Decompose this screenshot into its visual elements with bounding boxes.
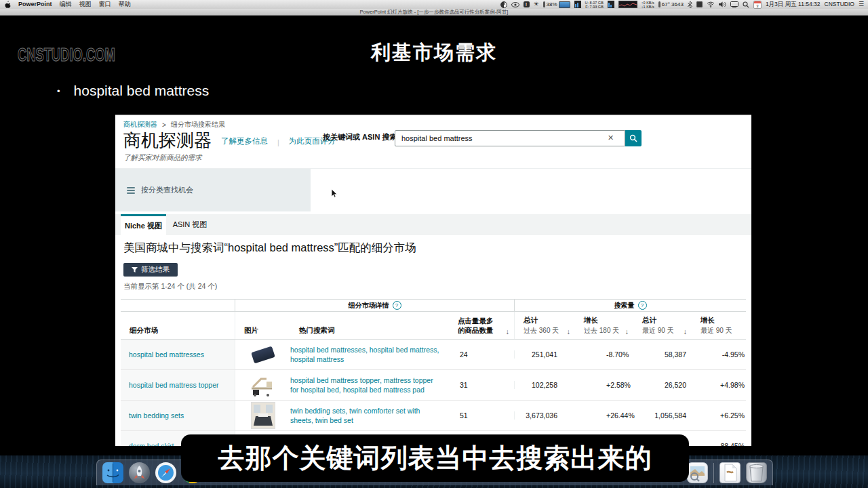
menu-help[interactable]: 帮助: [119, 0, 131, 9]
growth-90-value: -88.45%: [692, 442, 746, 446]
volume-icon[interactable]: [719, 1, 726, 7]
menubar-list-icon[interactable]: ☰: [859, 0, 864, 9]
browser-screenshot: 商机探测器 > 细分市场搜索结果 商机探测器 了解更多信息 | 为此页面评分 了…: [115, 115, 751, 446]
network-readout[interactable]: ↑0 KB/s↓1 KB/s: [642, 1, 654, 9]
disk-meter-icon[interactable]: [608, 1, 614, 8]
battery-indicator[interactable]: 38%: [543, 0, 570, 9]
eye-icon[interactable]: [511, 2, 519, 7]
menubar-account[interactable]: CNSTUDIO: [825, 0, 854, 9]
col-growth-180: 增长过去 180 天 ↓: [575, 312, 633, 339]
growth-180-value: +26.44%: [575, 411, 633, 420]
slide-bullet: • hospital bed mattress: [57, 83, 209, 99]
results-count: 当前显示第 1-24 个 (共 24 个): [123, 282, 217, 291]
bullet-dot-icon: •: [57, 86, 60, 96]
help-icon[interactable]: ?: [393, 301, 401, 310]
category-nav-label: 按分类查找机会: [141, 185, 193, 195]
keywords-links[interactable]: hospital bed mattresses, hospital bed ma…: [290, 345, 449, 364]
alert-badge-icon[interactable]: !: [524, 1, 530, 7]
table-group-header: 细分市场详情 ? 搜索量 ?: [121, 299, 746, 312]
total-90-value: 26,520: [633, 381, 692, 389]
menubar-datetime[interactable]: 1月3日 周五 11:54:32: [766, 0, 821, 9]
document-stack-icon[interactable]: [719, 462, 741, 483]
breadcrumb-separator: >: [162, 121, 166, 129]
trash-icon[interactable]: [746, 462, 767, 483]
product-image: [235, 340, 290, 369]
niche-link[interactable]: twin bedding sets: [129, 411, 184, 420]
bluetooth-icon[interactable]: [688, 1, 692, 8]
menu-window[interactable]: 窗口: [99, 0, 111, 9]
finder-icon[interactable]: [102, 462, 123, 483]
help-icon[interactable]: ?: [638, 301, 647, 310]
menubar-status-cluster: ! ☀ 38% U: 8.07 GBF: 7.93 GB ↑0 KB/s↓1 K…: [500, 0, 865, 9]
search-input[interactable]: [395, 130, 625, 146]
input-source-icon[interactable]: [696, 1, 703, 7]
niche-link[interactable]: dorm bed skirt: [129, 442, 174, 446]
sort-icon[interactable]: ↓: [506, 327, 509, 336]
top-clicked-value: 31: [449, 381, 514, 389]
screen-record-icon[interactable]: [500, 1, 507, 8]
growth-90-value: -4.95%: [692, 350, 746, 359]
menubar-app-name[interactable]: PowerPoint: [18, 0, 52, 9]
menu-view[interactable]: 视图: [79, 0, 92, 9]
category-nav-panel[interactable]: 按分类查找机会: [115, 169, 311, 211]
col-niche: 细分市场: [121, 312, 235, 339]
brightness-icon[interactable]: ☀: [534, 0, 539, 9]
niche-link[interactable]: hospital bed mattress topper: [129, 381, 219, 389]
growth-90-value: +4.98%: [692, 381, 746, 389]
table-row: hospital bed mattress topper hospital be…: [121, 370, 746, 401]
results-heading: 美国商城中与搜索词“hospital bed mattress”匹配的细分市场: [123, 241, 416, 256]
keywords-links[interactable]: hospital bed mattress topper, mattress t…: [290, 375, 449, 394]
funnel-icon: [132, 267, 138, 273]
niche-link[interactable]: hospital bed mattresses: [129, 350, 204, 359]
tab-asin-view[interactable]: ASIN 视图: [168, 214, 212, 235]
memory-readout: U: 8.07 GBF: 7.93 GB: [585, 1, 604, 9]
breadcrumb: 商机探测器 > 细分市场搜索结果: [123, 120, 225, 129]
battery-percent: 38%: [547, 0, 557, 9]
col-top-clicked: 点击量最多的商品数量 ↓: [449, 312, 514, 339]
search-icon: [629, 134, 637, 142]
hamburger-icon: [127, 186, 135, 195]
breadcrumb-home-link[interactable]: 商机探测器: [123, 120, 157, 129]
sort-icon[interactable]: ↓: [625, 327, 629, 336]
learn-more-link[interactable]: 了解更多信息: [221, 136, 268, 149]
launchpad-icon[interactable]: [129, 462, 150, 483]
top-clicked-value: 24: [449, 350, 514, 359]
keywords-links[interactable]: twin bedding sets, twin comforter set wi…: [290, 406, 449, 425]
breadcrumb-current: 细分市场搜索结果: [171, 120, 225, 129]
col-total-90: 总计最近 90 天 ↓: [633, 312, 692, 339]
top-clicked-value: 51: [449, 411, 514, 420]
window-titlebar: PowerPoint 幻灯片放映 - [一步一步教你选品可行性分析案例-阿甘]: [0, 9, 868, 16]
niche-table: 细分市场详情 ? 搜索量 ? 细分市场 图片 热门搜索词 点击量最多的商品数量 …: [121, 299, 746, 446]
clear-search-icon[interactable]: ✕: [608, 134, 614, 142]
menu-edit[interactable]: 编辑: [60, 0, 72, 9]
sort-icon[interactable]: ↓: [684, 327, 687, 336]
table-column-headers: 细分市场 图片 热门搜索词 点击量最多的商品数量 ↓ 总计过去 360 天 ↓ …: [121, 312, 746, 340]
subtitle-text: 去那个关键词列表当中去搜索出来的: [218, 440, 652, 476]
thermometer-icon: [543, 1, 545, 7]
dock-separator: [713, 463, 714, 483]
memory-meter-icon[interactable]: [574, 1, 581, 8]
cpu-graph-icon[interactable]: [618, 1, 637, 8]
calendar-icon[interactable]: 3: [753, 1, 762, 9]
apple-menu-icon[interactable]: [4, 1, 11, 8]
display-mirroring-icon[interactable]: [730, 1, 738, 7]
header-link-separator: |: [277, 138, 279, 149]
page-subtitle: 了解买家对新商品的需求: [123, 153, 202, 163]
wifi-icon[interactable]: [707, 1, 715, 7]
mouse-cursor: [331, 188, 338, 200]
spotlight-icon[interactable]: [743, 1, 749, 8]
total-90-value: 1,056,584: [633, 411, 692, 420]
table-row: twin bedding sets twin bedding sets, twi…: [121, 401, 746, 431]
sort-icon[interactable]: ↓: [567, 327, 570, 336]
table-row: hospital bed mattresses hospital bed mat…: [121, 340, 746, 370]
safari-icon[interactable]: [155, 462, 176, 483]
preview-icon[interactable]: [687, 462, 708, 483]
bullet-text: hospital bed mattress: [74, 83, 210, 99]
filter-results-button[interactable]: 筛选结果: [123, 263, 178, 277]
temperature-fan-readout[interactable]: 67° 3643: [658, 0, 684, 9]
tab-niche-view[interactable]: Niche 视图: [121, 214, 166, 235]
presentation-slide: CNSTUDIO.COM 利基市场需求 • hospital bed mattr…: [0, 15, 868, 455]
view-tabs: Niche 视图 ASIN 视图: [115, 214, 751, 235]
search-button[interactable]: [625, 130, 642, 146]
total-360-value: 3,673,036: [514, 411, 575, 420]
